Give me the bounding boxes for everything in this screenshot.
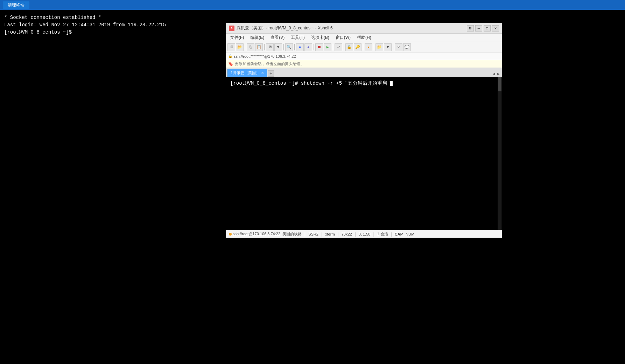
- status-sessions: 1 会活: [377, 231, 388, 237]
- toolbar-terminal-btn[interactable]: 🖥: [266, 43, 274, 51]
- toolbar: 🖥 📂 ⎘ 📋 🖥 ▼ 🔍 ● ▲ ⏹ ▶ ⤢ 🔒 🔑 ★ 📁 ▼ ? 💬: [226, 42, 502, 52]
- tab-1[interactable]: 1腾讯云（美国） ✕: [227, 69, 267, 77]
- toolbar-sep10: [393, 44, 393, 50]
- toolbar-help-btn[interactable]: ?: [395, 43, 402, 51]
- status-sep4: |: [355, 232, 356, 237]
- toolbar-search-btn[interactable]: 🔍: [285, 43, 293, 51]
- toolbar-lock-btn[interactable]: 🔒: [345, 43, 353, 51]
- toolbar-expand-btn[interactable]: ⤢: [335, 43, 342, 51]
- xshell-window: X 腾讯云（美国）- root@VM_0_8_centos:~ - Xshell…: [226, 23, 502, 238]
- address-icon: 🔒: [228, 54, 232, 58]
- toolbar-color-btn[interactable]: ●: [296, 43, 304, 51]
- menu-view[interactable]: 查看(V): [268, 34, 287, 41]
- close-button[interactable]: ✕: [492, 25, 499, 31]
- toolbar-paste-btn[interactable]: 📋: [255, 43, 263, 51]
- window-title: 腾讯云（美国）- root@VM_0_8_centos:~ - Xshell 6: [237, 25, 333, 31]
- toolbar-sep1: [245, 44, 245, 50]
- bg-line2: Last login: Wed Nov 27 12:44:31 2019 fro…: [4, 21, 166, 29]
- title-bar: X 腾讯云（美国）- root@VM_0_8_centos:~ - Xshell…: [226, 23, 502, 34]
- toolbar-stop-btn[interactable]: ⏹: [315, 43, 323, 51]
- menu-edit[interactable]: 编辑(E): [247, 34, 267, 41]
- top-bar: 清理终端: [0, 0, 625, 10]
- minimize-button[interactable]: —: [475, 25, 482, 31]
- status-sep1: |: [304, 232, 306, 237]
- terminal-command: [root@VM_0_8_centos ~]# shutdown -r +5 "…: [230, 80, 390, 87]
- tab-add-button[interactable]: +: [268, 70, 274, 77]
- menu-file[interactable]: 文件(F): [227, 34, 247, 41]
- status-cap: CAP: [395, 232, 403, 236]
- bg-terminal-content: * Socket connection established * Last l…: [0, 11, 170, 39]
- restore-button[interactable]: ❐: [484, 25, 491, 31]
- scrollbar-thumb[interactable]: [498, 77, 501, 91]
- status-pos: 3, 1,58: [359, 232, 371, 236]
- toolbar-sep6: [333, 44, 333, 50]
- tab-nav-right[interactable]: ▶: [497, 71, 500, 77]
- toolbar-new-btn[interactable]: 🖥: [227, 43, 235, 51]
- toolbar-sep3: [283, 44, 284, 50]
- status-dot: [229, 233, 232, 236]
- title-bar-left: X 腾讯云（美国）- root@VM_0_8_centos:~ - Xshell…: [229, 25, 333, 31]
- toolbar-dropdown-btn[interactable]: ▼: [274, 43, 282, 51]
- status-sep6: |: [391, 232, 392, 237]
- menu-bar: 文件(F) 编辑(E) 查看(V) 工具(T) 选项卡(B) 窗口(W) 帮助(…: [226, 34, 502, 42]
- menu-tabs[interactable]: 选项卡(B): [308, 34, 332, 41]
- toolbar-open-btn[interactable]: 📂: [236, 43, 244, 51]
- tip-bar: 🔖 要添加当前会话，点击左面的黄头结钮。: [226, 60, 502, 68]
- tip-text: 要添加当前会话，点击左面的黄头结钮。: [235, 61, 304, 66]
- toolbar-star-btn[interactable]: ★: [365, 43, 372, 51]
- terminal-scrollbar[interactable]: [498, 77, 502, 230]
- tab-1-close[interactable]: ✕: [261, 71, 264, 75]
- toolbar-sep4: [294, 44, 295, 50]
- bg-line1: * Socket connection established *: [4, 14, 166, 21]
- address-text: ssh://root:*********@170.106.3.74:22: [234, 54, 296, 58]
- status-connection: ssh://root@170.106.3.74:22, 美国的线路: [229, 231, 302, 237]
- status-bar: ssh://root@170.106.3.74:22, 美国的线路 | SSH2…: [226, 230, 502, 238]
- status-size: 73x22: [342, 232, 352, 236]
- toolbar-sep9: [374, 44, 374, 50]
- status-connection-text: ssh://root@170.106.3.74:22, 美国的线路: [233, 231, 302, 237]
- clear-terminal-button[interactable]: 清理终端: [3, 1, 29, 9]
- xshell-icon: X: [229, 26, 234, 31]
- extra-icon-button[interactable]: ⊡: [467, 25, 474, 31]
- toolbar-sep8: [363, 44, 363, 50]
- bg-line3: [root@VM_0_8_centos ~]$: [4, 29, 166, 36]
- tab-bar: 1腾讯云（美国） ✕ + ◀ ▶: [226, 68, 502, 77]
- toolbar-chat-btn[interactable]: 💬: [403, 43, 411, 51]
- status-sep5: |: [373, 232, 374, 237]
- status-num: NUM: [406, 232, 414, 236]
- status-protocol: SSH2: [308, 232, 318, 236]
- menu-help[interactable]: 帮助(H): [354, 34, 374, 41]
- toolbar-folder-btn[interactable]: 📁: [375, 43, 383, 51]
- status-sep2: |: [321, 232, 322, 237]
- toolbar-sep5: [314, 44, 314, 50]
- toolbar-sep2: [264, 44, 265, 50]
- terminal-cursor: [390, 81, 393, 86]
- window-controls: ⊡ — ❐ ✕: [467, 25, 499, 31]
- toolbar-play-btn[interactable]: ▶: [324, 43, 331, 51]
- toolbar-copy-btn[interactable]: ⎘: [247, 43, 254, 51]
- menu-window[interactable]: 窗口(W): [333, 34, 353, 41]
- tab-1-label: 1腾讯云（美国）: [231, 70, 260, 76]
- status-term: xterm: [325, 232, 335, 236]
- status-sep3: |: [338, 232, 339, 237]
- toolbar-color2-btn[interactable]: ▲: [304, 43, 312, 51]
- toolbar-dropdown2-btn[interactable]: ▼: [384, 43, 392, 51]
- toolbar-key-btn[interactable]: 🔑: [354, 43, 361, 51]
- terminal-command-line: [root@VM_0_8_centos ~]# shutdown -r +5 "…: [230, 80, 498, 87]
- tab-nav-left[interactable]: ◀: [492, 71, 496, 77]
- tip-icon: 🔖: [228, 62, 233, 66]
- address-bar: 🔒 ssh://root:*********@170.106.3.74:22: [226, 52, 502, 60]
- toolbar-sep7: [344, 44, 344, 50]
- terminal-area[interactable]: [root@VM_0_8_centos ~]# shutdown -r +5 "…: [226, 77, 502, 230]
- menu-tools[interactable]: 工具(T): [288, 34, 307, 41]
